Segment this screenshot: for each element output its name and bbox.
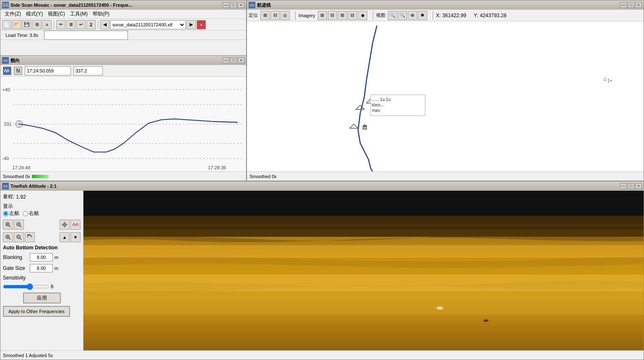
- blanking-input[interactable]: [30, 253, 53, 262]
- img-btn3[interactable]: ⊞: [338, 11, 347, 20]
- heading-title-bar[interactable]: SS 艏向 — □ ×: [0, 56, 246, 65]
- icon-row-1: [3, 220, 80, 230]
- heading-btn2[interactable]: N: [14, 67, 22, 75]
- port-radio[interactable]: [3, 211, 8, 216]
- svg-point-55: [436, 306, 443, 310]
- towfish-minimize[interactable]: —: [620, 183, 627, 189]
- svg-text:max: max: [372, 108, 380, 113]
- img-btn4[interactable]: ⊟: [348, 11, 357, 20]
- img-btn1[interactable]: ⊞: [318, 11, 327, 20]
- tb-nav-fwd[interactable]: ▶: [187, 20, 196, 29]
- img-btn2[interactable]: ⊟: [328, 11, 337, 20]
- towfish-content: 量程: 1.92 显示 左舷 右舷: [0, 191, 644, 350]
- view-btn1[interactable]: 🔍: [388, 11, 397, 20]
- down-arrow-btn[interactable]: ▼: [70, 232, 80, 242]
- track-maximize[interactable]: □: [628, 2, 634, 8]
- starboard-radio[interactable]: [23, 211, 28, 216]
- menu-tools[interactable]: 工具(M): [68, 10, 90, 18]
- svg-line-41: [9, 238, 10, 240]
- range-label: 量程:: [3, 193, 14, 200]
- track-title-bar[interactable]: SS 航迹线 — □ ×: [247, 0, 644, 10]
- main-maximize-btn[interactable]: □: [230, 2, 237, 8]
- svg-point-56: [483, 319, 488, 322]
- svg-text:△: △: [603, 76, 607, 81]
- gate-size-label: Gate Size: [3, 265, 28, 271]
- new-btn[interactable]: 📄: [2, 20, 11, 29]
- tb-btn5[interactable]: ≡: [42, 20, 52, 29]
- svg-text:...... 1u 1u: ...... 1u 1u: [372, 97, 390, 102]
- track-map[interactable]: klein... max 1 ...... 1u 1u klein... max…: [247, 21, 644, 171]
- heading-icon: SS: [2, 57, 9, 64]
- svg-line-45: [20, 238, 21, 240]
- towfish-maximize[interactable]: □: [628, 183, 634, 189]
- tb-btn4[interactable]: ⊞: [32, 20, 42, 29]
- main-toolbar: 📄 📂 💾 ⊞ ≡ ✏ ≣ ↩ 2 ◀ sonar_data2112051724…: [0, 19, 246, 31]
- view-btn2[interactable]: 🔍: [398, 11, 407, 20]
- heading-close[interactable]: ×: [238, 57, 244, 63]
- heading-value-input[interactable]: [73, 66, 103, 75]
- save-btn[interactable]: 💾: [22, 20, 31, 29]
- pos-btn3[interactable]: ◎: [280, 11, 290, 20]
- main-minimize-btn[interactable]: —: [223, 2, 229, 8]
- blanking-row: Blanking m: [3, 253, 80, 262]
- tb-num[interactable]: 2: [86, 20, 96, 29]
- zoom-in2-btn[interactable]: [3, 232, 13, 242]
- img-btn5[interactable]: ◆: [358, 11, 367, 20]
- tb-btn7[interactable]: ≣: [66, 20, 75, 29]
- pencil-btn[interactable]: ✏: [56, 20, 65, 29]
- svg-rect-13: [247, 21, 644, 171]
- up-arrow-btn[interactable]: ▲: [60, 232, 70, 242]
- open-btn[interactable]: 📂: [12, 20, 21, 29]
- menu-help[interactable]: 帮助(P): [90, 10, 112, 18]
- apply-freq-button[interactable]: Apply to Other Frequencies: [3, 306, 70, 317]
- gate-size-input[interactable]: [30, 264, 53, 272]
- towfish-title-bar[interactable]: SS Towfish Altitude - 2:1 — □ ×: [0, 181, 644, 191]
- reset-btn[interactable]: [25, 232, 35, 242]
- sensitivity-row: Sensitivity: [3, 275, 80, 281]
- main-close-btn[interactable]: ×: [238, 2, 244, 8]
- display-radio-group: 左舷 右舷: [3, 210, 80, 217]
- heading-maximize[interactable]: □: [230, 57, 237, 63]
- pos-btn1[interactable]: ⊞: [260, 11, 270, 20]
- main-title-bar[interactable]: SS Side Scan Mosaic - sonar_data21120517…: [0, 0, 246, 10]
- main-text-input[interactable]: [44, 31, 128, 40]
- range-row: 量程: 1.92: [3, 193, 80, 200]
- heading-time-input[interactable]: [25, 66, 71, 75]
- track-window: SS 航迹线 — □ × 定位 ⊞ ⊟ ◎ Imagery ⊞ ⊟ ⊞ ⊟ ◆ …: [247, 0, 644, 181]
- imagery-label: Imagery: [299, 13, 315, 18]
- heading-wave-icon[interactable]: [3, 67, 11, 75]
- menu-mode[interactable]: 模式(Y): [23, 10, 45, 18]
- heading-status-indicator: [32, 175, 49, 178]
- zoom-out-btn[interactable]: [14, 220, 24, 230]
- starboard-radio-label[interactable]: 右舷: [23, 210, 39, 217]
- tb-close-file[interactable]: ×: [197, 20, 206, 29]
- crosshair-btn[interactable]: [60, 220, 70, 230]
- menu-view[interactable]: 视图(C): [45, 10, 68, 18]
- track-close[interactable]: ×: [635, 2, 642, 8]
- wave-icon-btn[interactable]: [70, 220, 80, 230]
- track-sep2: [373, 11, 373, 20]
- pos-btn2[interactable]: ⊟: [270, 11, 280, 20]
- track-minimize[interactable]: —: [620, 2, 627, 8]
- zoom-in-btn[interactable]: [3, 220, 13, 230]
- sensitivity-slider[interactable]: [3, 283, 49, 290]
- undo-btn[interactable]: ↩: [76, 20, 86, 29]
- track-icon: SS: [249, 2, 255, 8]
- view-btn4[interactable]: ✱: [418, 11, 427, 20]
- apply-button[interactable]: 应用: [23, 293, 61, 303]
- heading-minimize[interactable]: —: [223, 57, 229, 63]
- positioning-tools: ⊞ ⊟ ◎: [260, 11, 290, 20]
- range-value: 1.92: [16, 194, 26, 200]
- filename-dropdown[interactable]: sonar_data211205172400.xtf: [110, 20, 186, 29]
- menu-file[interactable]: 文件(Z): [2, 10, 23, 18]
- y-coord-label: Y:: [474, 13, 478, 18]
- main-window-icon: SS: [2, 2, 9, 8]
- towfish-close[interactable]: ×: [635, 183, 642, 189]
- gate-size-unit: m: [55, 266, 58, 271]
- tb-nav-back[interactable]: ◀: [100, 20, 109, 29]
- view-btn3[interactable]: ⊕: [408, 11, 417, 20]
- zoom-out2-btn[interactable]: [14, 232, 24, 242]
- sonar-svg: [83, 191, 644, 350]
- port-radio-label[interactable]: 左舷: [3, 210, 19, 217]
- heading-chart: +40 331 -40 17:24:48 17:28:36: [0, 77, 246, 171]
